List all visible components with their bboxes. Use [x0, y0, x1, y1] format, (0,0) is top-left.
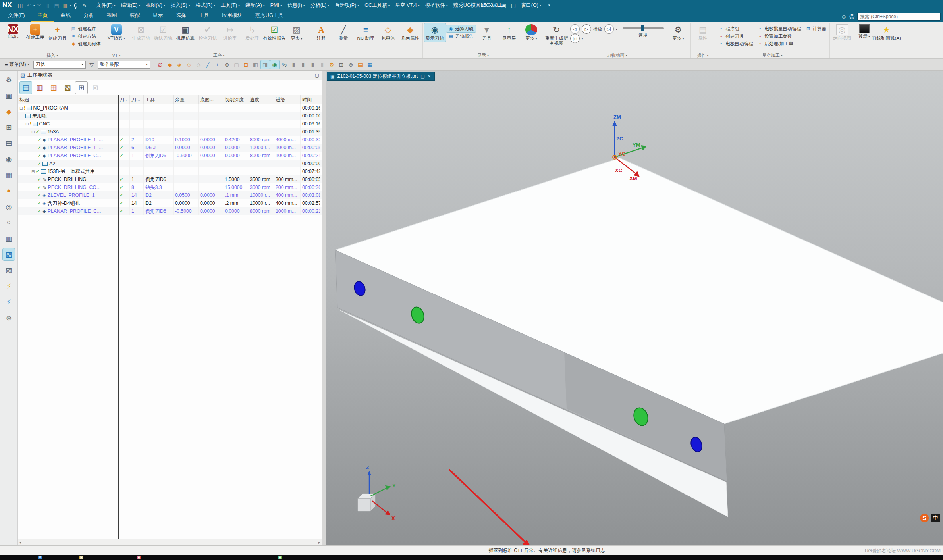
menubar-item[interactable]: 工具(T)▾ — [218, 2, 243, 9]
layout-icon[interactable]: ⊞ — [337, 60, 346, 69]
operation-navigator-icon[interactable]: ▧ — [3, 248, 15, 260]
taskbar-app-1[interactable]: ▣ — [79, 556, 83, 559]
facet-filter-icon[interactable]: ◇ — [185, 60, 193, 69]
ribbon-tab-item[interactable]: 视图 — [100, 10, 123, 22]
show-toolpath-button[interactable]: ◉显示刀轨 — [424, 23, 446, 42]
show-layer-button[interactable]: ↑显示层 — [498, 23, 520, 42]
circle-icon[interactable]: ○ — [3, 217, 15, 229]
body-filter-icon[interactable]: ◇ — [194, 60, 203, 69]
menubar-item[interactable]: GC工具箱▾ — [362, 2, 392, 9]
create-method-button[interactable]: ≡创建方法 — [69, 33, 103, 40]
ime-indicator[interactable]: S 中 — [920, 514, 940, 522]
face-filter-icon[interactable]: ◈ — [175, 60, 184, 69]
window-new-icon[interactable]: ▢ — [509, 1, 517, 9]
more-pie-button[interactable]: 更多 ▾ — [521, 23, 542, 42]
menubar-item[interactable]: 分析(L)▾ — [308, 2, 332, 9]
ribbon-group-label[interactable]: 操作▾ — [692, 52, 714, 58]
undo-icon[interactable]: ↶ — [25, 1, 33, 9]
scroll-left-icon[interactable]: ◂ — [19, 540, 21, 545]
create-program-button[interactable]: ▤创建程序 — [69, 25, 103, 32]
ribbon-group-label[interactable] — [310, 52, 421, 58]
create-tool-button[interactable]: +创建刀具 — [46, 23, 68, 42]
point-tool-icon[interactable]: + — [213, 60, 222, 69]
create-geometry-button[interactable]: ◆创建几何体 — [69, 40, 103, 47]
orient-view-button[interactable]: ◎定向视图 — [831, 23, 853, 42]
validity-report-button[interactable]: ☑有效性报告 — [264, 23, 285, 42]
frozen-column-divider[interactable] — [118, 95, 119, 539]
menubar-item[interactable]: 信息(I)▾ — [285, 2, 308, 9]
tools-icon[interactable]: ⊞ — [3, 121, 15, 133]
column-header-3[interactable]: 工具 — [144, 95, 174, 104]
play-button[interactable]: ▷ — [582, 24, 591, 34]
geometry-properties-button[interactable]: ◆几何属性 — [399, 23, 421, 42]
electrode-batch-button[interactable]: ▪电极批量自动编程 — [756, 25, 803, 32]
feedback-happy-icon[interactable]: ☺ — [841, 13, 847, 20]
electrode-auto-button[interactable]: ▪电极自动编程 — [717, 40, 755, 47]
ribbon-tab-item[interactable]: 文件(F) — [2, 10, 31, 22]
step-back-button[interactable]: ◁ — [570, 24, 580, 34]
panel-splitter[interactable] — [322, 71, 326, 545]
navigator-row[interactable]: ⊟✓153B-另一边程式共用00:07:42 — [18, 167, 322, 175]
graphics-canvas[interactable]: ZM ZC YC YM XC XM Z Y X — [326, 71, 943, 545]
navigator-row[interactable]: ⊟!CNC00:09:16 — [18, 120, 322, 128]
ribbon-tab-item[interactable]: 分析 — [77, 10, 100, 22]
column-header-4[interactable]: 余量 — [174, 95, 199, 104]
menubar-item[interactable]: 编辑(E)▾ — [118, 2, 143, 9]
annotation-button[interactable]: A注释 — [310, 23, 332, 42]
menubar-item[interactable]: 插入(S)▾ — [168, 2, 193, 9]
bounding-body-button[interactable]: ◇包容体 — [377, 23, 399, 42]
navigator-row[interactable]: ✓◈含刀补-D4销孔✓14D20.00000.0000.2 mm10000 r.… — [18, 199, 322, 207]
toolpath-report-button[interactable]: ▤刀轨报告 — [446, 33, 476, 40]
generate-toolpath-button[interactable]: ⊠生成刀轨 — [130, 23, 152, 42]
panel-float-icon[interactable]: ▢ — [315, 73, 319, 78]
panel-alt-icon[interactable]: ▨ — [3, 264, 15, 276]
close-window-icon[interactable]: ✕ — [428, 74, 431, 79]
taskbar-app-3[interactable]: ▣ — [278, 556, 282, 559]
image-icon[interactable]: ▦ — [366, 60, 374, 69]
navigator-row[interactable]: ✓✎PECK_DRILLING✓1倒角刀D61.50003500 rpm300 … — [18, 175, 322, 183]
part-window-tab[interactable]: ▣ Z102-01-05-003 定位模组举升立板.prt ▢ ✕ — [327, 72, 435, 81]
column-header-2[interactable]: 刀... — [130, 95, 144, 104]
ribbon-tab-item[interactable]: 应用模块 — [216, 10, 249, 22]
snap-mid-icon[interactable]: ▢ — [232, 60, 241, 69]
panel-icon[interactable]: ▥ — [3, 233, 15, 244]
ribbon-tab-item[interactable]: 显示 — [147, 10, 170, 22]
menubar-item[interactable]: PMI▾ — [268, 2, 285, 8]
select-toolpath-button[interactable]: ◉选择刀轨 — [446, 25, 476, 32]
expander-icon[interactable]: ⊟ — [31, 130, 35, 134]
cylinder-2-icon[interactable]: ▮ — [299, 60, 308, 69]
ribbon-tab-item[interactable]: 选择 — [170, 10, 193, 22]
column-header-8[interactable]: 进给 — [274, 95, 301, 104]
dropdown-caret-icon[interactable]: ▾ — [70, 4, 71, 7]
ribbon-tab-item[interactable]: 曲线 — [54, 10, 77, 22]
menubar-item[interactable]: 格式(R)▾ — [193, 2, 218, 9]
step-forward-button[interactable]: ▷| — [604, 24, 614, 34]
menubar-item[interactable]: 文件(F)▾ — [94, 2, 118, 9]
navigator-row[interactable]: ✓◈ZLEVEL_PROFILE_1✓14D20.05000.0000.1 mm… — [18, 191, 322, 199]
menubar-item[interactable]: 星空 V7.4▾ — [393, 2, 422, 9]
nx-logo-button[interactable]: NX启动 ▾ — [2, 23, 24, 40]
command-search-input[interactable] — [857, 13, 941, 21]
ribbon-tab-item[interactable]: 燕秀UG工具 — [249, 10, 290, 22]
chevron-down-icon[interactable]: ▾ — [582, 37, 583, 40]
chevron-down-icon[interactable]: ▾ — [616, 27, 617, 31]
machining-params-button[interactable]: ▪设置加工参数 — [756, 33, 803, 40]
ribbon-group-label[interactable]: 工序▾ — [130, 52, 308, 58]
filter-funnel-icon[interactable]: ▽ — [87, 60, 96, 69]
expander-icon[interactable]: ⊟ — [31, 169, 35, 174]
navigator-row[interactable]: ✓A200:00:00 — [18, 160, 322, 167]
calculator-button[interactable]: ⊞计算器 — [804, 25, 829, 32]
brush-icon[interactable]: ✎ — [81, 1, 89, 9]
menubar-item[interactable]: 模圣软件▾ — [422, 2, 451, 9]
verify-toolpath-button[interactable]: ☑确认刀轨 — [152, 23, 174, 42]
pattern-icon[interactable]: ⊛ — [347, 60, 355, 69]
menu-overflow-icon[interactable]: ▾ — [545, 1, 553, 9]
feedrate-button[interactable]: ↦进给率 — [219, 23, 241, 42]
menubar-item[interactable]: 装配(A)▾ — [243, 2, 268, 9]
microphone-icon[interactable] — [72, 1, 80, 9]
navigator-row[interactable]: ✓◆PLANAR_PROFILE_C...✓1倒角刀D6-0.50000.000… — [18, 152, 322, 160]
dropdown-caret-icon[interactable]: ▾ — [33, 4, 35, 7]
solid-filter-icon[interactable]: ◆ — [166, 60, 174, 69]
navigator-row[interactable]: ✓✎PECK_DRILLING_CO...✓8钻头3.315.00003000 … — [18, 183, 322, 191]
measure-button[interactable]: ╱测量 — [333, 23, 355, 42]
